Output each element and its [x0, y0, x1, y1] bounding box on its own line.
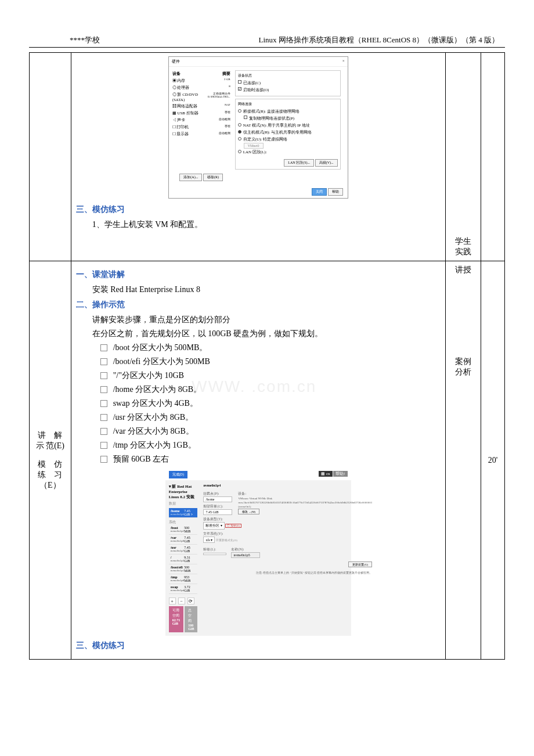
- vm-device-row[interactable]: ◁ 声卡自动检测: [172, 117, 230, 124]
- installer-mount-row[interactable]: /varnvme0n1p97.45 GiB: [169, 535, 198, 545]
- vm-dialog-title: 硬件: [172, 59, 180, 64]
- installer-encrypt-check[interactable]: ☐ 加密(E): [225, 524, 241, 528]
- vm-dev-name: ▦ USB 控制器: [172, 110, 199, 116]
- installer-refresh-button[interactable]: ⟳: [187, 597, 194, 604]
- installer-reformat-check[interactable]: ☑ 重新格式化(O): [216, 539, 237, 542]
- vm-device-list: 设备 摘要 ▣ 内存2 GB◎ 处理器8◎ 新 CD/DVD (SATA)正在使…: [172, 70, 230, 182]
- vm-add-button[interactable]: 添加(A)...: [179, 174, 202, 181]
- lesson-table: 硬件 × 设备 摘要 ▣ 内存2 GB◎ 处理器8◎ 新 CD/DVD (SAT…: [29, 52, 505, 660]
- vm-device-row[interactable]: ☐ 打印机存在: [172, 124, 230, 131]
- installer-mount-row[interactable]: /nvme0n1p39.31 GiB: [169, 555, 198, 564]
- installer-mount-row[interactable]: /boot/efinvme0n1p1500 MiB: [169, 564, 198, 574]
- installer-mountpoint-input[interactable]: /home: [203, 496, 232, 502]
- installer-label-input[interactable]: [203, 553, 226, 555]
- radio-icon[interactable]: [238, 109, 241, 113]
- installer-avail-box: 可用空间 62.71 GiB: [169, 606, 184, 632]
- partition-bullet: /var 分区大小为 8GB。: [100, 426, 441, 437]
- installer-note: 注意: 在您点击主菜单上的 "开始安装" 按钮之前 您在本屏幕内所做的设置更改不…: [203, 571, 372, 574]
- radio-icon[interactable]: [238, 137, 241, 141]
- partition-bullet: 预留 60GB 左右: [100, 454, 441, 465]
- installer-right-title: nvme0n1p4: [203, 484, 372, 487]
- installer-update-button[interactable]: 更新设置(U): [348, 561, 372, 567]
- mount-dev: nvme0n1p5: [171, 513, 185, 516]
- checkbox-icon[interactable]: [238, 80, 241, 84]
- row2-left-l5: （E）: [34, 480, 66, 491]
- installer-devtype-select[interactable]: 标准分区 ▾: [203, 522, 225, 530]
- row1-activity-cell: 学生 实践: [445, 53, 481, 261]
- bullet-box-icon: [100, 386, 107, 393]
- row2-time-cell: 20': [481, 261, 505, 660]
- vm-net-bridged: 桥接模式(B): 直接连接物理网络: [243, 109, 300, 114]
- vm-close-button[interactable]: 关闭: [312, 188, 327, 196]
- bullet-box-icon: [100, 400, 107, 407]
- installer-fs-select[interactable]: xfs ▾: [203, 537, 215, 543]
- mount-dev: nvme0n1p9: [171, 539, 185, 542]
- installer-add-button[interactable]: +: [169, 597, 176, 604]
- bullet-text: 预留 60GB 左右: [113, 454, 169, 465]
- vm-device-row[interactable]: ▣ 内存2 GB: [172, 77, 230, 84]
- vm-net-nat: NAT 模式(N): 用于共享主机的 IP 地址: [243, 123, 310, 128]
- mount-size: 7.45 GiB >: [184, 509, 196, 516]
- installer-name-input: nvme0n1p5: [231, 552, 260, 558]
- vm-device-row[interactable]: ◎ 新 CD/DVD (SATA)正在使用文件 E:\ISO\linux ISO…: [172, 91, 230, 103]
- bullet-box-icon: [100, 428, 107, 435]
- installer-name-label: 名称(N):: [231, 547, 260, 552]
- vm-dev-val: 存在: [225, 124, 230, 130]
- vm-net-custom: 自定义(U): 特定虚拟网络: [243, 136, 287, 142]
- bullet-box-icon: [100, 372, 107, 379]
- vm-advanced-button[interactable]: 高级(V)...: [315, 159, 338, 167]
- vm-dev-name: ◁ 声卡: [172, 117, 186, 123]
- vm-status-title: 设备状态: [238, 73, 338, 78]
- installer-mount-row[interactable]: swapnvme0n1p43.72 GiB: [169, 584, 198, 594]
- installer-section-title: ▾ 新 Red Hat Enterprise Linux 8.2 安装: [169, 484, 198, 500]
- installer-avail-val: 62.71 GiB: [172, 618, 181, 625]
- row2-activity1: 讲授: [450, 265, 476, 275]
- installer-mount-row[interactable]: /tmpnvme0n1p8953 MiB: [169, 574, 198, 584]
- installer-device-text: VMware Virtual NVMe Disk nvn.1bef:0b9570…: [238, 496, 372, 509]
- installer-mountpoint-label: 挂载点(P):: [203, 491, 232, 496]
- vm-status-group: 设备状态 已连接(C) ✓启动时连接(O): [235, 70, 341, 96]
- installer-help-button[interactable]: 帮助!: [333, 471, 347, 477]
- vm-device-row[interactable]: ☐ 显示器自动检测: [172, 131, 230, 138]
- mount-dev: nvme0n1p7: [171, 549, 185, 552]
- vm-close-icon[interactable]: ×: [342, 59, 345, 64]
- vm-dev-name: ◎ 新 CD/DVD (SATA): [172, 92, 201, 102]
- mount-dev: nvme0n1p3: [171, 559, 185, 562]
- row2-sec2-text1: 讲解安装步骤，重点是分区的划分部分: [92, 315, 441, 325]
- bullet-text: /boot 分区大小为 500MB。: [113, 343, 208, 353]
- row2-left-l3: 模 仿: [34, 459, 66, 470]
- installer-done-button[interactable]: 完成(D): [169, 471, 187, 478]
- radio-icon[interactable]: [238, 150, 241, 153]
- vm-hardware-dialog: 硬件 × 设备 摘要 ▣ 内存2 GB◎ 处理器8◎ 新 CD/DVD (SAT…: [168, 56, 348, 199]
- installer-label-label: 标签(L):: [203, 547, 226, 552]
- installer-mount-row[interactable]: /homenvme0n1p57.45 GiB >: [169, 508, 198, 518]
- vm-help-button[interactable]: 帮助: [328, 188, 343, 196]
- installer-lang[interactable]: ▦ cn: [319, 471, 332, 477]
- installer-screenshot: 完成(D) ▦ cn 帮助! ▾ 新 Red Hat Enterprise Li…: [165, 469, 351, 636]
- vm-device-row[interactable]: ▦ USB 控制器存在: [172, 110, 230, 117]
- row2-activity2-l1: 案例: [450, 357, 476, 367]
- vm-device-row[interactable]: ☷ 网络适配器NAT: [172, 103, 230, 110]
- row2-left-l2: 示 范(E): [34, 441, 66, 451]
- installer-remove-button[interactable]: −: [178, 597, 185, 604]
- bullet-text: /usr 分区大小为 8GB。: [113, 412, 193, 423]
- installer-modify-button[interactable]: 修改 ...(M): [238, 509, 259, 514]
- vm-device-row[interactable]: ◎ 处理器8: [172, 84, 230, 91]
- installer-total-box: 总空间 100 GiB: [185, 606, 197, 632]
- vm-dev-name: ☷ 网络适配器: [172, 103, 198, 109]
- checkbox-icon[interactable]: [244, 116, 247, 119]
- row1-item1: 1、学生上机安装 VM 和配置。: [92, 219, 441, 230]
- row2-activity2-l2: 分析: [450, 367, 476, 377]
- installer-mount-row[interactable]: /usrnvme0n1p77.45 GiB: [169, 545, 198, 555]
- vm-lan-segment-button[interactable]: LAN 区段(S)...: [284, 159, 314, 167]
- installer-mount-row[interactable]: /bootnvme0n1p2500 MiB: [169, 525, 198, 535]
- installer-capacity-input[interactable]: 7.45 GiB: [203, 509, 232, 515]
- installer-fs-label: 文件系统(Y):: [203, 531, 372, 537]
- bullet-text: /var 分区大小为 8GB。: [113, 426, 194, 437]
- installer-devtype-label: 设备类型(T):: [203, 517, 372, 522]
- radio-icon[interactable]: [238, 130, 241, 134]
- vm-col-summary: 摘要: [222, 71, 230, 77]
- radio-icon[interactable]: [238, 123, 241, 127]
- checkbox-icon[interactable]: ✓: [238, 87, 241, 91]
- vm-remove-button[interactable]: 移除(R): [203, 174, 223, 181]
